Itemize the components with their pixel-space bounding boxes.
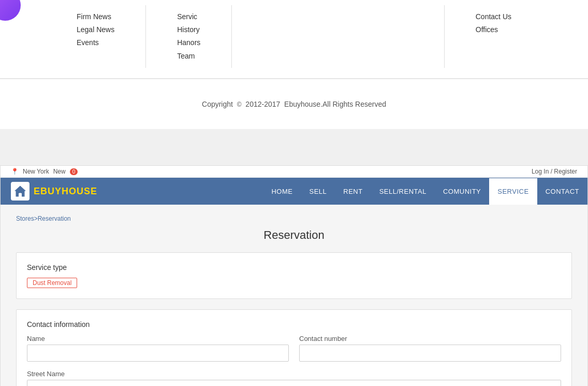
service-type-card: Service type Dust Removal — [16, 252, 572, 299]
nav-contact[interactable]: CONTACT — [537, 178, 587, 205]
copyright-company: Ebuyhouse. — [284, 100, 322, 108]
footer-link-legal-news[interactable]: Legal News — [77, 23, 114, 36]
logo-text: EBUYHOUSE — [34, 186, 97, 197]
svg-rect-1 — [19, 193, 22, 197]
nav-service[interactable]: SERVICE — [489, 178, 537, 205]
breadcrumb-separator: > — [34, 215, 38, 222]
logo-buyhouse: BUYHOUSE — [40, 186, 97, 196]
house-logo-svg — [13, 184, 27, 198]
footer-link-servic[interactable]: Servic — [177, 10, 200, 23]
service-type-label: Service type — [27, 263, 561, 271]
nav-links: HOME SELL RENT SELL/RENTAL COMUNITY SERV… — [263, 178, 587, 205]
footer-link-firm-news[interactable]: Firm News — [77, 10, 114, 23]
name-contact-row: Name Contact number — [27, 335, 561, 362]
name-group: Name — [27, 335, 289, 362]
section-spacer — [0, 129, 588, 165]
location-text: New York — [23, 168, 49, 175]
street-label: Street Name — [27, 370, 561, 378]
page-title: Reservation — [16, 228, 572, 242]
copyright-symbol: © — [237, 101, 242, 108]
new-count-badge: 0 — [70, 168, 78, 175]
top-bar-left: 📍 New York New 0 — [11, 168, 78, 175]
nav-rent[interactable]: RENT — [335, 178, 371, 205]
footer-link-history[interactable]: History — [177, 23, 200, 36]
copyright-rights: All Rights Reserved — [322, 100, 386, 108]
logo-e: E — [34, 186, 40, 196]
footer-col-news: Firm News Legal News Events — [46, 5, 146, 68]
footer-link-events[interactable]: Events — [77, 36, 114, 49]
copyright-years: 2012-2017 — [245, 100, 280, 108]
breadcrumb-stores[interactable]: Stores — [16, 215, 34, 222]
contact-info-card: Contact information Name Contact number … — [16, 309, 572, 386]
footer-col-empty — [232, 5, 444, 68]
contact-number-group: Contact number — [299, 335, 561, 362]
street-row: Street Name — [27, 370, 561, 386]
copyright-text: Copyright © 2012-2017 Ebuyhouse.All Righ… — [202, 100, 386, 108]
street-group: Street Name — [27, 370, 561, 386]
footer-col-contact: Contact Us Offices — [445, 5, 542, 68]
location-pin-icon: 📍 — [11, 168, 19, 175]
top-bar: 📍 New York New 0 Log In / Register — [1, 166, 587, 178]
site-wrapper: 📍 New York New 0 Log In / Register EBUYH… — [0, 165, 588, 386]
footer-link-hanors[interactable]: Hanors — [177, 36, 200, 49]
name-input[interactable] — [27, 345, 289, 362]
footer-col-about: Servic History Hanors Team — [146, 5, 232, 68]
service-tag[interactable]: Dust Removal — [27, 278, 77, 288]
contact-number-input[interactable] — [299, 345, 561, 362]
nav-comunity[interactable]: COMUNITY — [435, 178, 489, 205]
copyright-bar: Copyright © 2012-2017 Ebuyhouse.All Righ… — [0, 79, 588, 129]
page-content: Stores>Reservation Reservation Service t… — [1, 205, 587, 386]
name-label: Name — [27, 335, 289, 342]
new-label: New — [53, 168, 66, 175]
contact-info-label: Contact information — [27, 320, 561, 328]
logo-icon — [11, 182, 30, 201]
contact-number-label: Contact number — [299, 335, 561, 342]
nav-home[interactable]: HOME — [263, 178, 301, 205]
footer-link-contact-us[interactable]: Contact Us — [476, 10, 511, 23]
nav-sell-rental[interactable]: SELL/RENTAL — [371, 178, 435, 205]
top-footer-section: Firm News Legal News Events Servic Histo… — [0, 0, 588, 79]
breadcrumb-current: Reservation — [38, 215, 71, 222]
nav-sell[interactable]: SELL — [301, 178, 335, 205]
nav-logo: EBUYHOUSE — [1, 178, 108, 205]
street-input[interactable] — [27, 380, 561, 386]
footer-link-offices[interactable]: Offices — [476, 23, 511, 36]
footer-link-team[interactable]: Team — [177, 50, 200, 63]
top-bar-right: Log In / Register — [532, 168, 577, 175]
main-navigation: EBUYHOUSE HOME SELL RENT SELL/RENTAL COM… — [1, 178, 587, 205]
login-register-link[interactable]: Log In / Register — [532, 168, 577, 175]
breadcrumb: Stores>Reservation — [16, 215, 572, 222]
